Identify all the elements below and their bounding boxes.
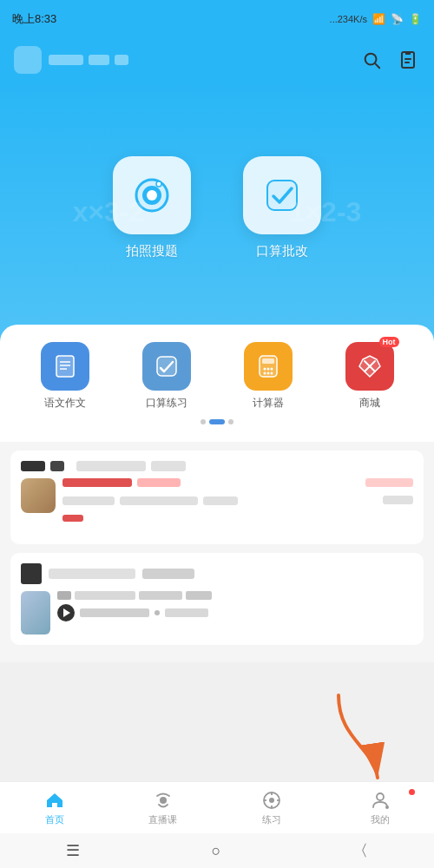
svg-point-35 bbox=[385, 806, 389, 809]
feed-red-small bbox=[62, 515, 83, 522]
b6 bbox=[155, 610, 160, 615]
feed-title-bar bbox=[76, 461, 146, 471]
dot-2-active bbox=[209, 419, 225, 424]
status-time: 晚上8:33 bbox=[12, 11, 56, 27]
live-nav-icon[interactable] bbox=[152, 789, 174, 812]
top-bar-right bbox=[359, 48, 420, 72]
sys-menu-btn[interactable]: ☰ bbox=[66, 841, 80, 860]
feed2-top bbox=[21, 563, 413, 584]
feed2-row2 bbox=[57, 604, 413, 621]
oral-calc-label: 口算批改 bbox=[256, 243, 308, 260]
feed-meta bbox=[62, 478, 358, 527]
b3 bbox=[139, 591, 182, 600]
bottom-nav: 首页 直播课 练习 bbox=[0, 781, 434, 833]
calc-icon[interactable] bbox=[244, 342, 293, 391]
svg-rect-9 bbox=[267, 181, 297, 210]
nav-practice[interactable]: 练习 bbox=[217, 789, 326, 826]
mine-nav-icon[interactable] bbox=[369, 789, 391, 812]
photo-search-label: 拍照搜题 bbox=[126, 243, 178, 260]
hero-app-oral-calc[interactable]: 口算批改 bbox=[243, 156, 321, 260]
svg-point-34 bbox=[377, 793, 384, 800]
essay-icon[interactable] bbox=[41, 342, 89, 391]
feed-meta-bar bbox=[151, 461, 186, 471]
svg-point-22 bbox=[266, 372, 269, 375]
quick-app-essay[interactable]: 语文作文 bbox=[41, 342, 89, 411]
svg-rect-10 bbox=[56, 356, 74, 377]
svg-line-1 bbox=[375, 63, 379, 68]
text-block-1 bbox=[49, 55, 83, 65]
hero-apps: 拍照搜题 口算批改 bbox=[113, 156, 321, 260]
home-nav-icon[interactable] bbox=[43, 789, 66, 812]
feed-tag-2 bbox=[50, 461, 64, 471]
status-bar: 晚上8:33 ...234K/s 📶 📡 🔋 bbox=[0, 0, 434, 38]
top-bar-left bbox=[14, 46, 128, 74]
oral-calc-icon[interactable] bbox=[243, 156, 321, 234]
hero-app-photo-search[interactable]: 拍照搜题 bbox=[113, 156, 191, 260]
essay-label: 语文作文 bbox=[44, 396, 86, 411]
feed2-line1 bbox=[49, 569, 135, 579]
feed-right-1 bbox=[365, 478, 413, 487]
feed2-row1 bbox=[57, 591, 413, 600]
top-bar bbox=[0, 38, 434, 82]
hero-section: x×3-21×2-3 拍照搜题 口算批改 bbox=[0, 82, 434, 342]
shop-icon[interactable]: Hot bbox=[345, 342, 394, 391]
feed-line-3 bbox=[62, 496, 115, 505]
svg-point-7 bbox=[147, 190, 157, 201]
nav-live[interactable]: 直播课 bbox=[108, 789, 217, 826]
feed-line-2 bbox=[137, 478, 181, 487]
calc-label: 计算器 bbox=[253, 396, 284, 411]
shop-label: 商城 bbox=[359, 396, 380, 411]
quick-app-shop[interactable]: Hot 商城 bbox=[345, 342, 394, 411]
signal-icon: 📶 bbox=[372, 13, 385, 25]
svg-point-29 bbox=[269, 798, 274, 803]
search-button[interactable] bbox=[359, 48, 384, 72]
nav-mine[interactable]: 我的 bbox=[326, 789, 434, 826]
dots-indicator bbox=[14, 411, 420, 428]
b1 bbox=[57, 591, 71, 600]
top-bar-text bbox=[49, 55, 128, 65]
app-logo bbox=[14, 46, 42, 74]
practice-nav-icon[interactable] bbox=[260, 789, 283, 812]
feed-line-4 bbox=[120, 496, 198, 505]
arrow-overlay bbox=[321, 687, 391, 794]
clipboard-button[interactable] bbox=[396, 48, 420, 72]
b7 bbox=[165, 608, 208, 617]
svg-point-19 bbox=[266, 368, 269, 371]
b4 bbox=[186, 591, 212, 600]
sys-home-btn[interactable]: ○ bbox=[212, 842, 221, 860]
feed2-body bbox=[21, 591, 413, 635]
quick-apps-row: 语文作文 口算练习 bbox=[14, 342, 420, 411]
status-icons: ...234K/s 📶 📡 🔋 bbox=[330, 13, 422, 25]
sys-back-btn[interactable]: 〈 bbox=[352, 840, 368, 861]
network-speed: ...234K/s bbox=[330, 14, 367, 24]
photo-search-icon[interactable] bbox=[113, 156, 191, 234]
feed-line-5 bbox=[203, 496, 238, 505]
feed2-avatar bbox=[21, 591, 50, 635]
quick-app-calc[interactable]: 计算器 bbox=[244, 342, 293, 411]
wifi-icon: 📡 bbox=[391, 13, 404, 25]
feed2-sq1 bbox=[21, 563, 42, 584]
practice-nav-label: 练习 bbox=[262, 813, 281, 826]
svg-point-21 bbox=[263, 372, 266, 375]
home-nav-label: 首页 bbox=[45, 813, 64, 826]
text-block-2 bbox=[89, 55, 109, 65]
nav-home[interactable]: 首页 bbox=[0, 789, 108, 826]
svg-point-8 bbox=[156, 181, 161, 187]
svg-point-18 bbox=[263, 368, 266, 371]
quick-app-oral[interactable]: 口算练习 bbox=[142, 342, 191, 411]
feed2-content bbox=[57, 591, 413, 635]
svg-point-23 bbox=[270, 372, 273, 375]
battery-icon: 🔋 bbox=[409, 13, 422, 25]
feed-top-row bbox=[21, 461, 413, 471]
text-block-3 bbox=[115, 55, 128, 65]
feed2-line2 bbox=[142, 569, 194, 579]
mine-notification-dot bbox=[409, 789, 415, 795]
dot-3 bbox=[228, 419, 233, 424]
svg-rect-15 bbox=[157, 357, 176, 376]
feed-section bbox=[0, 442, 434, 662]
card-section: 语文作文 口算练习 bbox=[0, 325, 434, 442]
feed-item-1 bbox=[10, 450, 424, 544]
hot-badge: Hot bbox=[379, 337, 399, 347]
oral-icon[interactable] bbox=[142, 342, 191, 391]
oral-label: 口算练习 bbox=[146, 396, 187, 411]
